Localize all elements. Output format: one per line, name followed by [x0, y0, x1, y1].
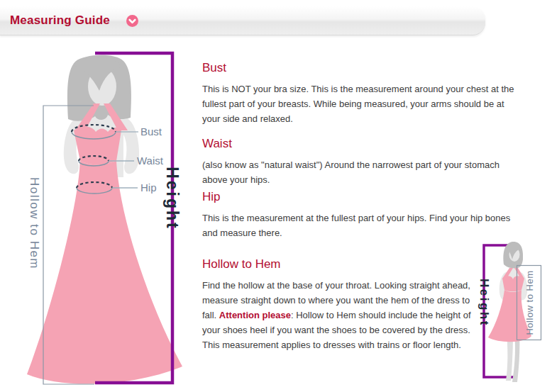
page-title: Measuring Guide [10, 13, 110, 28]
height-vertical-label: Height [163, 167, 182, 230]
hollow-to-hem-vertical-label: Hollow to Hem [28, 177, 41, 269]
waist-description: (also know as "natural waist") Around th… [202, 157, 521, 187]
section-bust: Bust This is NOT your bra size. This is … [202, 61, 521, 126]
waist-heading: Waist [202, 137, 521, 151]
chevron-down-icon[interactable] [126, 15, 138, 27]
small-hollow-to-hem-vertical-label: Hollow to Hem [524, 270, 535, 335]
bust-description: This is NOT your bra size. This is the m… [202, 82, 521, 126]
bust-heading: Bust [202, 61, 521, 75]
dress-bodice [74, 127, 121, 165]
measuring-guide-page: Measuring Guide [0, 0, 552, 392]
main-dress-diagram: Bust Waist Hip Height Hollow to Hem [18, 41, 195, 392]
waist-diagram-label: Waist [137, 155, 164, 167]
bust-diagram-label: Bust [140, 125, 162, 138]
dress-skirt [27, 161, 182, 384]
section-waist: Waist (also know as "natural waist") Aro… [202, 137, 521, 187]
small-height-vertical-label: Height [478, 279, 491, 327]
section-hollow-to-hem: Hollow to Hem Find the hollow at the bas… [202, 257, 478, 352]
hollow-to-hem-description: Find the hollow at the base of your thro… [202, 278, 478, 352]
hip-diagram-label: Hip [140, 181, 157, 194]
attention-please-label: Attention please [219, 310, 291, 320]
hollow-to-hem-heading: Hollow to Hem [202, 257, 478, 271]
small-dress-diagram: Height Hollow to Hem [461, 234, 552, 392]
measuring-guide-header[interactable]: Measuring Guide [0, 6, 485, 35]
section-hip: Hip This is the measurement at the fulle… [202, 190, 521, 240]
hip-heading: Hip [202, 190, 521, 204]
